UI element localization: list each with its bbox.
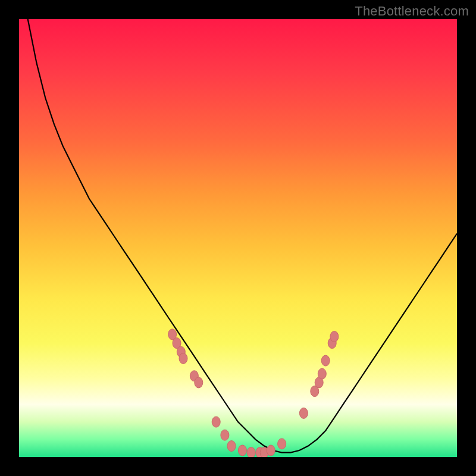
data-marker — [212, 416, 220, 427]
data-marker — [179, 353, 187, 364]
data-marker — [278, 439, 286, 449]
chart-frame: TheBottleneck.com — [0, 0, 476, 476]
data-marker — [330, 331, 339, 342]
plot-area — [19, 19, 457, 457]
data-marker — [238, 445, 246, 456]
data-marker — [318, 368, 326, 379]
data-marker — [195, 377, 203, 388]
data-marker — [227, 441, 236, 452]
data-marker — [321, 355, 330, 366]
data-marker — [267, 445, 275, 456]
data-marker — [299, 408, 308, 418]
chart-svg — [19, 19, 457, 457]
data-marker — [221, 430, 229, 440]
watermark-text: TheBottleneck.com — [355, 4, 469, 19]
data-marker — [247, 447, 255, 457]
bottleneck-curve — [19, 19, 457, 453]
